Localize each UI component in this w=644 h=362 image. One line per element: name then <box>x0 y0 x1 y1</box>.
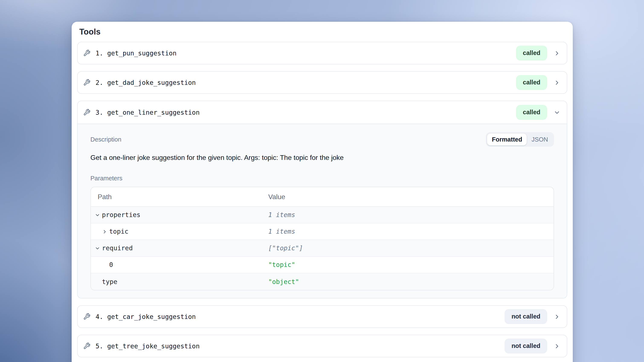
chevron-right-icon <box>554 79 560 86</box>
tool-detail-panel: Description Formatted JSON Get a one-lin… <box>78 124 567 298</box>
status-badge: not called <box>505 309 547 324</box>
tool-name-text: get_pun_suggestion <box>107 49 176 57</box>
wrench-icon <box>83 342 90 350</box>
tool-name: 3.get_one_liner_suggestion <box>96 108 200 116</box>
tool-number: 2. <box>96 79 103 86</box>
table-header-row: Path Value <box>91 187 554 207</box>
wrench-icon <box>83 109 90 116</box>
status-badge: called <box>516 75 547 90</box>
tool-name-text: get_one_liner_suggestion <box>107 108 200 116</box>
path-column-header: Path <box>91 193 268 200</box>
param-row-0: 0 "topic" <box>91 257 554 273</box>
panel-title: Tools <box>79 28 567 36</box>
tool-card-expanded: 3.get_one_liner_suggestion called Descri… <box>77 101 567 298</box>
status-badge: called <box>516 105 547 120</box>
chevron-right-icon <box>554 50 560 56</box>
param-row-topic[interactable]: topic 1 items <box>91 224 554 240</box>
tool-number: 3. <box>96 108 103 116</box>
tool-name-text: get_car_joke_suggestion <box>107 313 196 320</box>
parameters-table: Path Value properties 1 items <box>90 187 554 290</box>
view-toggle: Formatted JSON <box>486 132 554 147</box>
chevron-down-icon <box>95 246 100 251</box>
wrench-icon <box>83 313 90 320</box>
param-value: "object" <box>268 278 554 286</box>
tool-row-2[interactable]: 2.get_dad_joke_suggestion called <box>77 71 567 94</box>
tool-number: 4. <box>96 313 103 320</box>
tool-number: 5. <box>96 342 103 350</box>
param-key: required <box>102 244 133 252</box>
tool-name: 1.get_pun_suggestion <box>96 49 176 57</box>
param-value: 1 items <box>268 211 554 219</box>
param-value: ["topic"] <box>268 244 554 252</box>
param-key: 0 <box>109 261 113 268</box>
json-tab[interactable]: JSON <box>527 134 553 146</box>
desktop-background: Tools 1.get_pun_suggestion called 2.get_… <box>0 0 644 362</box>
tool-name-text: get_dad_joke_suggestion <box>107 79 196 86</box>
tool-name-text: get_tree_joke_suggestion <box>107 342 200 350</box>
param-row-type: type "object" <box>91 273 554 290</box>
param-key: topic <box>109 228 128 235</box>
parameters-label: Parameters <box>90 174 554 182</box>
param-key: properties <box>102 211 140 219</box>
chevron-down-icon <box>95 212 100 218</box>
chevron-right-icon <box>554 313 560 320</box>
tool-row-4[interactable]: 4.get_car_joke_suggestion not called <box>77 305 567 328</box>
tool-name: 4.get_car_joke_suggestion <box>96 313 196 320</box>
status-badge: not called <box>505 339 547 354</box>
chevron-right-icon <box>554 342 560 350</box>
value-column-header: Value <box>268 193 554 200</box>
formatted-tab[interactable]: Formatted <box>487 134 527 146</box>
wrench-icon <box>83 50 90 57</box>
param-row-required[interactable]: required ["topic"] <box>91 240 554 257</box>
tool-row-1[interactable]: 1.get_pun_suggestion called <box>77 42 567 64</box>
description-label: Description <box>90 135 121 144</box>
param-value: "topic" <box>268 261 554 268</box>
tool-name: 5.get_tree_joke_suggestion <box>96 342 200 350</box>
tool-number: 1. <box>96 49 103 57</box>
tool-name: 2.get_dad_joke_suggestion <box>96 79 196 86</box>
tool-row-3[interactable]: 3.get_one_liner_suggestion called <box>78 101 567 124</box>
chevron-right-icon <box>102 229 108 234</box>
status-badge: called <box>516 46 547 60</box>
tool-list: 1.get_pun_suggestion called 2.get_dad_jo… <box>77 42 567 357</box>
param-value: 1 items <box>268 228 554 235</box>
tool-row-5[interactable]: 5.get_tree_joke_suggestion not called <box>77 335 567 357</box>
wrench-icon <box>83 79 90 86</box>
chevron-down-icon <box>554 109 560 116</box>
param-row-properties[interactable]: properties 1 items <box>91 207 554 224</box>
param-key: type <box>102 278 117 286</box>
tool-description: Get a one-liner joke suggestion for the … <box>90 153 554 162</box>
tools-panel: Tools 1.get_pun_suggestion called 2.get_… <box>72 22 573 362</box>
